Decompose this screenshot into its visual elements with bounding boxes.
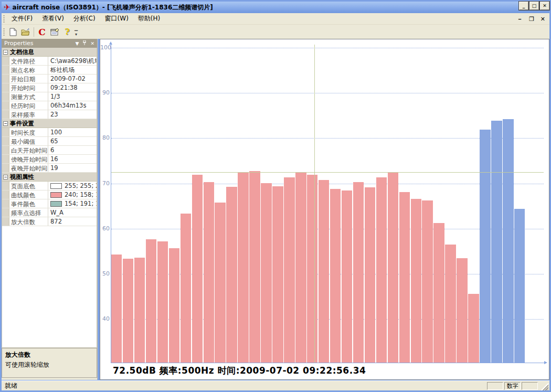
- y-tick-label: 70: [100, 180, 110, 187]
- property-row-start-time[interactable]: 开始时间 09:21:38: [2, 83, 97, 92]
- properties-panel-header[interactable]: Properties ▼ ✕: [2, 39, 97, 48]
- y-tick-label: 80: [100, 134, 110, 141]
- spectrum-bar[interactable]: [238, 173, 248, 363]
- properties-sheet-icon[interactable]: [49, 27, 60, 37]
- spectrum-bar[interactable]: [365, 187, 375, 363]
- property-row-sample-rate[interactable]: 采样频率 23: [2, 110, 97, 119]
- event-color-swatch[interactable]: [50, 201, 62, 207]
- property-row-curve-color[interactable]: 曲线颜色 240; 158; 15: [2, 190, 97, 199]
- spectrum-bar[interactable]: [376, 177, 387, 363]
- selected-property-description: 可使用滚轮缩放: [5, 361, 93, 369]
- mdi-restore-icon[interactable]: ❐: [529, 16, 534, 23]
- spectrum-bar[interactable]: [353, 182, 364, 363]
- category-view-properties[interactable]: − 视图属性: [2, 173, 97, 182]
- toolbar: C ? ▔▾: [2, 25, 549, 39]
- menu-analysis[interactable]: 分析(C): [69, 13, 100, 25]
- spectrum-bar[interactable]: [123, 259, 133, 363]
- collapse-icon[interactable]: −: [3, 121, 8, 126]
- new-document-icon[interactable]: [7, 27, 19, 37]
- gridline: [111, 48, 544, 48]
- collapse-icon[interactable]: −: [3, 50, 8, 55]
- spectrum-bar[interactable]: [204, 182, 214, 363]
- property-row-min-threshold[interactable]: 最小阈值 65: [2, 137, 97, 146]
- page-bg-color-swatch[interactable]: [50, 183, 62, 189]
- spectrum-bar[interactable]: [433, 223, 444, 363]
- spectrum-bar[interactable]: [111, 255, 122, 363]
- curve-color-swatch[interactable]: [50, 192, 62, 198]
- spectrum-bar[interactable]: [342, 190, 352, 363]
- spectrum-bar[interactable]: [422, 200, 432, 363]
- spectrum-bar[interactable]: [445, 245, 455, 363]
- spectrum-bar[interactable]: [261, 183, 271, 363]
- event-bar[interactable]: [480, 130, 490, 363]
- property-row-zoom-factor[interactable]: 放大倍数 872: [2, 217, 97, 226]
- property-row-evening-start[interactable]: 傍晚开始时间 16: [2, 155, 97, 164]
- property-row-start-date[interactable]: 开始日期 2009-07-02: [2, 75, 97, 83]
- resize-grip-icon[interactable]: [541, 383, 548, 390]
- property-row-frequency-select[interactable]: 频率点选择 W_A: [2, 208, 97, 217]
- spectrum-bar[interactable]: [249, 171, 260, 363]
- mdi-minimize-icon[interactable]: －: [517, 15, 523, 23]
- y-tick-label: 40: [100, 315, 110, 322]
- spectrum-bar[interactable]: [134, 258, 145, 363]
- property-description-box: 放大倍数 可使用滚轮缩放: [2, 348, 97, 378]
- menu-grip[interactable]: [3, 15, 5, 23]
- property-row-day-start[interactable]: 白天开始时间 6: [2, 146, 97, 155]
- property-row-night-start[interactable]: 夜晚开始时间 19: [2, 164, 97, 173]
- title-bar[interactable]: ✈ aircraft noise（ISO3891）- [飞机噪声分析1-1836…: [2, 2, 549, 13]
- cursor-horizontal-line[interactable]: [111, 172, 544, 173]
- spectrum-bar[interactable]: [226, 187, 237, 363]
- collapse-icon[interactable]: −: [3, 175, 8, 179]
- c-badge-icon[interactable]: C: [36, 27, 48, 37]
- spectrum-bar[interactable]: [307, 175, 317, 363]
- cursor-vertical-line[interactable]: [314, 45, 315, 363]
- spectrum-bar[interactable]: [468, 294, 479, 363]
- spectrum-bar-chart[interactable]: 100908070605040: [100, 39, 549, 379]
- menu-file[interactable]: 文件(F): [7, 13, 37, 25]
- menu-window[interactable]: 窗口(W): [100, 13, 133, 25]
- maximize-button[interactable]: □: [529, 2, 539, 10]
- spectrum-bar[interactable]: [330, 189, 341, 363]
- category-document-info[interactable]: − 文档信息: [2, 48, 97, 57]
- spectrum-bar[interactable]: [319, 180, 329, 363]
- property-row-event-color[interactable]: 事件颜色 154; 191; 18: [2, 199, 97, 208]
- spectrum-bar[interactable]: [399, 192, 410, 363]
- gridline: [111, 93, 544, 93]
- spectrum-bar[interactable]: [181, 214, 191, 363]
- spectrum-bar[interactable]: [388, 173, 398, 363]
- gridline: [111, 138, 544, 139]
- close-button[interactable]: ✕: [540, 2, 549, 10]
- mdi-close-icon[interactable]: ✕: [541, 16, 545, 23]
- event-bar[interactable]: [491, 121, 502, 363]
- minimize-button[interactable]: _: [519, 2, 528, 10]
- menu-help[interactable]: 帮助(H): [133, 13, 165, 25]
- spectrum-bar[interactable]: [169, 248, 179, 363]
- property-row-page-bg-color[interactable]: 页面底色 255; 255; 25: [2, 182, 97, 190]
- property-row-elapsed-time[interactable]: 经历时间 06h34m13s: [2, 101, 97, 110]
- property-row-measure-mode[interactable]: 测量方式 1/3: [2, 92, 97, 101]
- event-bar[interactable]: [503, 119, 513, 363]
- spectrum-bar[interactable]: [192, 175, 203, 363]
- toolbar-grip[interactable]: [3, 28, 5, 36]
- menu-view[interactable]: 查看(V): [37, 13, 69, 25]
- spectrum-bar[interactable]: [284, 177, 294, 363]
- property-row-file-path[interactable]: 文件路径 C:\awa6298\机场: [2, 57, 97, 66]
- cursor-readout: 72.50dB 频率:500Hz 时间:2009-07-02 09:22:56.…: [113, 365, 366, 377]
- help-icon[interactable]: ?: [61, 27, 73, 37]
- spectrum-bar[interactable]: [457, 258, 467, 363]
- spectrum-bar[interactable]: [157, 241, 168, 363]
- property-row-time-length[interactable]: 时间长度 100: [2, 128, 97, 137]
- panel-close-icon[interactable]: ✕: [90, 41, 94, 46]
- toolbar-options-icon[interactable]: ▔▾: [75, 29, 78, 35]
- panel-dropdown-icon[interactable]: ▼: [76, 41, 79, 46]
- open-folder-icon[interactable]: [20, 27, 31, 37]
- spectrum-bar[interactable]: [146, 239, 156, 363]
- spectrum-bar[interactable]: [295, 172, 306, 363]
- category-event-settings[interactable]: − 事件设置: [2, 119, 97, 128]
- event-bar[interactable]: [514, 209, 525, 363]
- spectrum-bar[interactable]: [411, 199, 421, 363]
- panel-pin-icon[interactable]: [82, 40, 87, 46]
- spectrum-bar[interactable]: [272, 186, 283, 363]
- spectrum-bar[interactable]: [215, 203, 225, 363]
- property-row-site-name[interactable]: 测点名称 栎社机场: [2, 66, 97, 75]
